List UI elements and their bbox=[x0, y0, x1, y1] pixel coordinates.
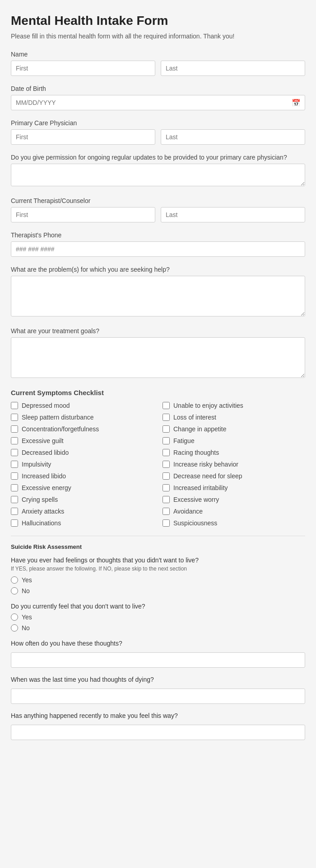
checkbox-left-8[interactable] bbox=[11, 496, 18, 503]
therapist-phone-label: Therapist's Phone bbox=[11, 231, 305, 239]
therapist-phone-section: Therapist's Phone bbox=[11, 231, 305, 257]
checklist-grid: Depressed moodUnable to enjoy activities… bbox=[11, 402, 305, 527]
checkbox-left-7[interactable] bbox=[11, 484, 18, 491]
checklist-item-left-4: Decreased libido bbox=[11, 449, 153, 456]
permission-label: Do you give permission for ongoing regul… bbox=[11, 154, 305, 161]
problems-textarea[interactable] bbox=[11, 276, 305, 316]
checkbox-right-5[interactable] bbox=[163, 461, 170, 468]
checklist-label-left-6: Increased libido bbox=[22, 472, 66, 480]
q3-text: How often do you have these thoughts? bbox=[11, 640, 305, 647]
checklist-label-left-4: Decreased libido bbox=[22, 449, 69, 456]
checklist-item-right-5: Increase risky behavior bbox=[163, 461, 305, 468]
name-last-input[interactable] bbox=[161, 61, 305, 76]
checklist-item-right-2: Change in appetite bbox=[163, 425, 305, 433]
checklist-item-left-0: Depressed mood bbox=[11, 402, 153, 409]
checklist-item-left-8: Crying spells bbox=[11, 496, 153, 503]
checkbox-left-10[interactable] bbox=[11, 519, 18, 527]
pcp-row bbox=[11, 129, 305, 145]
therapist-first-input[interactable] bbox=[11, 207, 155, 222]
checklist-label-right-0: Unable to enjoy activities bbox=[173, 402, 243, 409]
checkbox-left-0[interactable] bbox=[11, 402, 18, 409]
checkbox-left-5[interactable] bbox=[11, 461, 18, 468]
q4-input[interactable] bbox=[11, 689, 305, 704]
checklist-item-right-9: Avoidance bbox=[163, 508, 305, 515]
checklist-label-right-5: Increase risky behavior bbox=[173, 461, 238, 468]
checkbox-right-4[interactable] bbox=[163, 449, 170, 456]
dob-section: Date of Birth 📅 bbox=[11, 85, 305, 110]
pcp-first-input[interactable] bbox=[11, 129, 155, 145]
checklist-label-right-6: Decrease need for sleep bbox=[173, 472, 242, 480]
q1-yes-option[interactable]: Yes bbox=[11, 576, 305, 584]
q4-text: When was the last time you had thoughts … bbox=[11, 676, 305, 683]
checkbox-right-8[interactable] bbox=[163, 496, 170, 503]
checklist-item-left-7: Excessive energy bbox=[11, 484, 153, 491]
checklist-label-left-7: Excessive energy bbox=[22, 484, 71, 491]
checklist-item-left-1: Sleep pattern disturbance bbox=[11, 414, 153, 421]
checklist-title: Current Symptoms Checklist bbox=[11, 389, 305, 396]
checkbox-left-6[interactable] bbox=[11, 472, 18, 480]
checklist-item-right-8: Excessive worry bbox=[163, 496, 305, 503]
therapist-section: Current Therapist/Counselor bbox=[11, 197, 305, 222]
checklist-item-left-6: Increased libido bbox=[11, 472, 153, 480]
checkbox-left-4[interactable] bbox=[11, 449, 18, 456]
checkbox-left-9[interactable] bbox=[11, 508, 18, 515]
therapist-phone-input[interactable] bbox=[11, 241, 305, 257]
therapist-last-input[interactable] bbox=[161, 207, 305, 222]
name-first-input[interactable] bbox=[11, 61, 155, 76]
checklist-label-right-7: Increased irritability bbox=[173, 484, 228, 491]
q3-input[interactable] bbox=[11, 652, 305, 668]
dob-input[interactable] bbox=[11, 95, 305, 110]
checklist-label-left-8: Crying spells bbox=[22, 496, 58, 503]
permission-textarea[interactable] bbox=[11, 164, 305, 186]
q1-radio-group: Yes No bbox=[11, 576, 305, 594]
q1-no-label: No bbox=[22, 587, 30, 594]
checklist-label-left-3: Excessive guilt bbox=[22, 437, 64, 444]
q1-no-radio[interactable] bbox=[11, 587, 18, 594]
checkbox-right-3[interactable] bbox=[163, 437, 170, 444]
checklist-item-right-10: Suspiciousness bbox=[163, 519, 305, 527]
therapist-label: Current Therapist/Counselor bbox=[11, 197, 305, 204]
q1-no-option[interactable]: No bbox=[11, 587, 305, 594]
therapist-row bbox=[11, 207, 305, 222]
q2-yes-option[interactable]: Yes bbox=[11, 613, 305, 621]
checklist-item-right-3: Fatigue bbox=[163, 437, 305, 444]
checkbox-left-2[interactable] bbox=[11, 425, 18, 433]
q2-no-option[interactable]: No bbox=[11, 624, 305, 632]
checkbox-right-6[interactable] bbox=[163, 472, 170, 480]
problems-label: What are the problem(s) for which you ar… bbox=[11, 266, 305, 273]
checklist-label-left-5: Impulsivity bbox=[22, 461, 51, 468]
checkbox-left-3[interactable] bbox=[11, 437, 18, 444]
checklist-item-right-0: Unable to enjoy activities bbox=[163, 402, 305, 409]
checkbox-left-1[interactable] bbox=[11, 414, 18, 421]
checklist-item-left-2: Concentration/forgetfulness bbox=[11, 425, 153, 433]
q2-yes-radio[interactable] bbox=[11, 613, 18, 621]
pcp-label: Primary Care Physician bbox=[11, 119, 305, 127]
checklist-label-right-10: Suspiciousness bbox=[173, 519, 217, 527]
q2-no-radio[interactable] bbox=[11, 624, 18, 632]
problems-section: What are the problem(s) for which you ar… bbox=[11, 266, 305, 318]
q1-text: Have you ever had feelings or thoughts t… bbox=[11, 557, 305, 564]
name-row bbox=[11, 61, 305, 76]
checklist-item-left-9: Anxiety attacks bbox=[11, 508, 153, 515]
q5-input[interactable] bbox=[11, 725, 305, 740]
checkbox-right-7[interactable] bbox=[163, 484, 170, 491]
checkbox-right-0[interactable] bbox=[163, 402, 170, 409]
checkbox-right-9[interactable] bbox=[163, 508, 170, 515]
q2-text: Do you currently feel that you don't wan… bbox=[11, 603, 305, 610]
q1-yes-radio[interactable] bbox=[11, 576, 18, 584]
checklist-item-left-3: Excessive guilt bbox=[11, 437, 153, 444]
checkbox-right-10[interactable] bbox=[163, 519, 170, 527]
q2-no-label: No bbox=[22, 624, 30, 632]
checkbox-right-1[interactable] bbox=[163, 414, 170, 421]
checklist-label-right-9: Avoidance bbox=[173, 508, 203, 515]
pcp-last-input[interactable] bbox=[161, 129, 305, 145]
checklist-item-right-4: Racing thoughts bbox=[163, 449, 305, 456]
checklist-label-right-1: Loss of interest bbox=[173, 414, 216, 421]
checkbox-right-2[interactable] bbox=[163, 425, 170, 433]
q2-radio-group: Yes No bbox=[11, 613, 305, 632]
checklist-label-right-2: Change in appetite bbox=[173, 425, 227, 433]
checklist-label-right-8: Excessive worry bbox=[173, 496, 219, 503]
goals-textarea[interactable] bbox=[11, 337, 305, 378]
checklist-label-right-4: Racing thoughts bbox=[173, 449, 219, 456]
name-label: Name bbox=[11, 51, 305, 58]
